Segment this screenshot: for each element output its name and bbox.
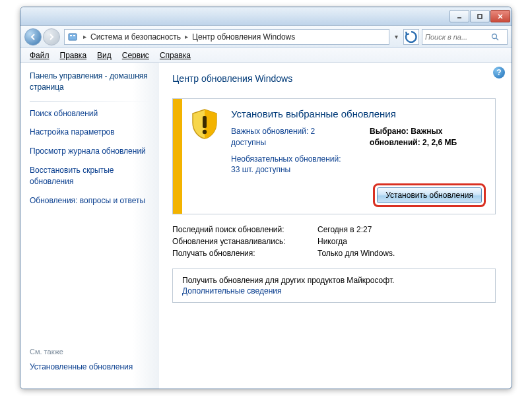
search-input[interactable] bbox=[425, 33, 491, 41]
shield-warning-icon bbox=[190, 108, 219, 140]
promo-text: Получить обновления для других продуктов… bbox=[182, 276, 486, 285]
status-stripe bbox=[173, 99, 182, 214]
highlight-ring: Установить обновления bbox=[373, 183, 486, 207]
sidebar-item-restore[interactable]: Восстановить скрытые обновления bbox=[30, 165, 152, 187]
breadcrumb-windows-update[interactable]: Центр обновления Windows bbox=[191, 32, 296, 42]
refresh-button[interactable] bbox=[403, 29, 419, 45]
help-icon[interactable]: ? bbox=[493, 67, 505, 79]
back-button[interactable] bbox=[24, 28, 42, 46]
control-panel-icon bbox=[67, 32, 78, 42]
important-updates-link[interactable]: Важных обновлений: 2 доступны bbox=[231, 126, 351, 148]
content: ? Центр обновления Windows Установить вы… bbox=[159, 63, 512, 389]
info-row: Получать обновления: Только для Windows. bbox=[172, 249, 496, 258]
sidebar-item-check[interactable]: Поиск обновлений bbox=[30, 108, 152, 119]
svg-rect-4 bbox=[69, 34, 77, 40]
forward-button bbox=[43, 28, 60, 46]
breadcrumb-system-security[interactable]: Система и безопасность bbox=[89, 32, 182, 42]
svg-rect-9 bbox=[203, 116, 207, 128]
chevron-right-icon: ▸ bbox=[81, 33, 89, 40]
promo-link[interactable]: Дополнительные сведения bbox=[182, 286, 486, 296]
titlebar bbox=[20, 7, 512, 26]
menu-help[interactable]: Справка bbox=[154, 51, 196, 60]
info-label-last-check: Последний поиск обновлений: bbox=[172, 225, 317, 234]
minimize-button[interactable] bbox=[449, 10, 469, 22]
selected-summary: Выбрано: Важных обновлений: 2, 2,6 МБ bbox=[370, 126, 483, 148]
info-label-installed: Обновления устанавливались: bbox=[172, 237, 317, 246]
sidebar-item-settings[interactable]: Настройка параметров bbox=[30, 127, 152, 138]
info-row: Обновления устанавливались: Никогда bbox=[172, 237, 496, 246]
sidebar-installed-updates[interactable]: Установленные обновления bbox=[30, 362, 133, 371]
info-row: Последний поиск обновлений: Сегодня в 2:… bbox=[172, 225, 496, 234]
search-icon bbox=[491, 33, 499, 41]
promo-panel: Получить обновления для других продуктов… bbox=[172, 269, 496, 303]
page-title: Центр обновления Windows bbox=[172, 73, 496, 84]
breadcrumb[interactable]: ▸ Система и безопасность ▸ Центр обновле… bbox=[64, 29, 389, 45]
sidebar-item-faq[interactable]: Обновления: вопросы и ответы bbox=[30, 195, 152, 206]
info-value-receive: Только для Windows. bbox=[317, 249, 395, 258]
svg-point-10 bbox=[203, 130, 207, 134]
info-section: Последний поиск обновлений: Сегодня в 2:… bbox=[172, 225, 496, 258]
close-button[interactable] bbox=[490, 10, 510, 22]
update-box-title: Установить выбранные обновления bbox=[231, 108, 483, 119]
update-panel: Установить выбранные обновления Важных о… bbox=[172, 98, 496, 214]
menu-view[interactable]: Вид bbox=[92, 51, 117, 60]
svg-point-7 bbox=[492, 34, 497, 38]
see-also-label: См. также bbox=[30, 348, 63, 356]
info-label-receive: Получать обновления: bbox=[172, 249, 317, 258]
menu-file[interactable]: Файл bbox=[24, 51, 55, 60]
info-value-last-check: Сегодня в 2:27 bbox=[317, 225, 372, 234]
menubar: Файл Правка Вид Сервис Справка bbox=[20, 48, 512, 63]
window: ▸ Система и безопасность ▸ Центр обновле… bbox=[20, 7, 512, 389]
search-box[interactable] bbox=[422, 29, 508, 45]
install-updates-button[interactable]: Установить обновления bbox=[377, 187, 482, 203]
optional-updates-link[interactable]: Необязательных обновлений: 33 шт. доступ… bbox=[231, 154, 351, 176]
chevron-down-icon[interactable]: ▾ bbox=[392, 33, 401, 40]
svg-rect-1 bbox=[478, 15, 482, 18]
sidebar: Панель управления - домашняя страница По… bbox=[20, 63, 159, 389]
menu-edit[interactable]: Правка bbox=[55, 51, 92, 60]
info-value-installed: Никогда bbox=[317, 237, 347, 246]
sidebar-item-history[interactable]: Просмотр журнала обновлений bbox=[30, 146, 152, 157]
sidebar-home[interactable]: Панель управления - домашняя страница bbox=[30, 71, 152, 93]
svg-rect-5 bbox=[70, 35, 72, 36]
separator bbox=[30, 101, 152, 102]
maximize-button[interactable] bbox=[470, 10, 490, 22]
menu-tools[interactable]: Сервис bbox=[117, 51, 154, 60]
body: Панель управления - домашняя страница По… bbox=[20, 63, 512, 389]
svg-line-8 bbox=[496, 38, 498, 40]
chevron-right-icon: ▸ bbox=[182, 33, 191, 40]
navbar: ▸ Система и безопасность ▸ Центр обновле… bbox=[20, 26, 512, 48]
svg-rect-6 bbox=[73, 35, 75, 36]
